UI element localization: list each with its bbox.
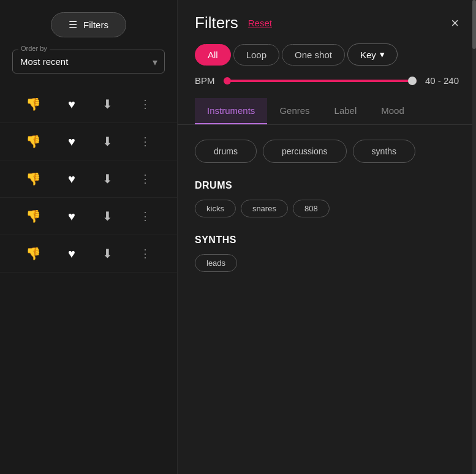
- table-row: 👎 ♥ ⬇ ⋮: [0, 235, 177, 273]
- tab-genres[interactable]: Genres: [267, 98, 322, 124]
- tab-label[interactable]: Label: [322, 98, 369, 124]
- sub-tag-snares[interactable]: snares: [241, 200, 288, 217]
- more-options-icon[interactable]: ⋮: [140, 135, 151, 148]
- bpm-row: BPM 40 - 240: [178, 75, 476, 98]
- like-icon[interactable]: ♥: [68, 247, 75, 261]
- dislike-icon[interactable]: 👎: [26, 171, 41, 186]
- type-loop-button[interactable]: Loop: [233, 44, 279, 66]
- bpm-track: [224, 80, 417, 82]
- like-icon[interactable]: ♥: [68, 97, 75, 111]
- drums-section: DRUMS kicks snares 808: [195, 180, 459, 217]
- download-icon[interactable]: ⬇: [102, 97, 113, 111]
- table-row: 👎 ♥ ⬇ ⋮: [0, 123, 177, 160]
- sub-tag-leads[interactable]: leads: [195, 254, 237, 272]
- drums-sub-tags: kicks snares 808: [195, 200, 459, 217]
- filters-panel: Filters Reset × All Loop One shot Key ▾ …: [178, 0, 476, 474]
- like-icon[interactable]: ♥: [68, 135, 75, 149]
- synths-section-title: SYNTHS: [195, 235, 459, 246]
- filters-button[interactable]: ☰ Filters: [51, 12, 126, 37]
- table-row: 👎 ♥ ⬇ ⋮: [0, 86, 177, 123]
- tab-instruments[interactable]: Instruments: [195, 98, 267, 124]
- like-icon[interactable]: ♥: [68, 209, 75, 224]
- type-all-button[interactable]: All: [195, 44, 231, 66]
- sub-tag-kicks[interactable]: kicks: [195, 200, 236, 217]
- more-options-icon[interactable]: ⋮: [140, 209, 151, 223]
- type-oneshot-button[interactable]: One shot: [282, 44, 345, 66]
- type-buttons-row: All Loop One shot Key ▾: [178, 43, 476, 75]
- bpm-label: BPM: [195, 75, 215, 86]
- download-icon[interactable]: ⬇: [102, 209, 113, 224]
- close-button[interactable]: ×: [451, 17, 459, 30]
- bpm-range-label: 40 - 240: [425, 75, 459, 86]
- instrument-tag-percussions[interactable]: percussions: [263, 140, 347, 163]
- category-tabs: Instruments Genres Label Mood: [178, 98, 476, 125]
- dislike-icon[interactable]: 👎: [26, 246, 41, 261]
- drums-section-title: DRUMS: [195, 180, 459, 191]
- instrument-tags: drums percussions synths: [195, 140, 459, 163]
- dislike-icon[interactable]: 👎: [26, 209, 41, 224]
- bpm-slider[interactable]: [224, 79, 417, 83]
- dislike-icon[interactable]: 👎: [26, 134, 41, 149]
- more-options-icon[interactable]: ⋮: [140, 172, 151, 186]
- table-row: 👎 ♥ ⬇ ⋮: [0, 198, 177, 235]
- filters-header: Filters Reset ×: [178, 0, 476, 43]
- order-by-select[interactable]: Most recent Most popular Newest Oldest: [12, 50, 165, 73]
- scrollbar-track[interactable]: [472, 0, 476, 474]
- table-row: 👎 ♥ ⬇ ⋮: [0, 160, 177, 198]
- more-options-icon[interactable]: ⋮: [140, 247, 151, 260]
- filters-title: Filters: [195, 13, 238, 32]
- synths-section: SYNTHS leads: [195, 235, 459, 272]
- like-icon[interactable]: ♥: [68, 172, 75, 186]
- download-icon[interactable]: ⬇: [102, 246, 113, 261]
- filters-btn-label: Filters: [83, 20, 108, 30]
- left-panel: ☰ Filters Order by Most recent Most popu…: [0, 0, 178, 474]
- type-key-button[interactable]: Key ▾: [347, 43, 398, 66]
- bpm-thumb-right[interactable]: [408, 77, 417, 85]
- sub-tag-808[interactable]: 808: [293, 200, 330, 217]
- download-icon[interactable]: ⬇: [102, 171, 113, 186]
- download-icon[interactable]: ⬇: [102, 134, 113, 149]
- order-by-label: Order by: [18, 45, 50, 52]
- sliders-icon: ☰: [69, 19, 77, 31]
- synths-sub-tags: leads: [195, 254, 459, 272]
- instruments-content: drums percussions synths DRUMS kicks sna…: [178, 125, 476, 474]
- instrument-tag-synths[interactable]: synths: [353, 140, 415, 163]
- bpm-thumb-left[interactable]: [224, 77, 231, 85]
- tab-mood[interactable]: Mood: [369, 98, 417, 124]
- key-chevron-icon: ▾: [380, 49, 385, 60]
- reset-link[interactable]: Reset: [248, 18, 272, 28]
- scrollbar-thumb[interactable]: [472, 0, 476, 49]
- filters-btn-wrap: ☰ Filters: [0, 12, 177, 37]
- dislike-icon[interactable]: 👎: [26, 97, 41, 111]
- order-by-wrapper: Order by Most recent Most popular Newest…: [12, 50, 165, 73]
- track-list: 👎 ♥ ⬇ ⋮ 👎 ♥ ⬇ ⋮ 👎 ♥ ⬇ ⋮ 👎 ♥ ⬇ ⋮ 👎 ♥ ⬇ ⋮: [0, 86, 177, 474]
- instrument-tag-drums[interactable]: drums: [195, 140, 257, 163]
- more-options-icon[interactable]: ⋮: [140, 97, 151, 111]
